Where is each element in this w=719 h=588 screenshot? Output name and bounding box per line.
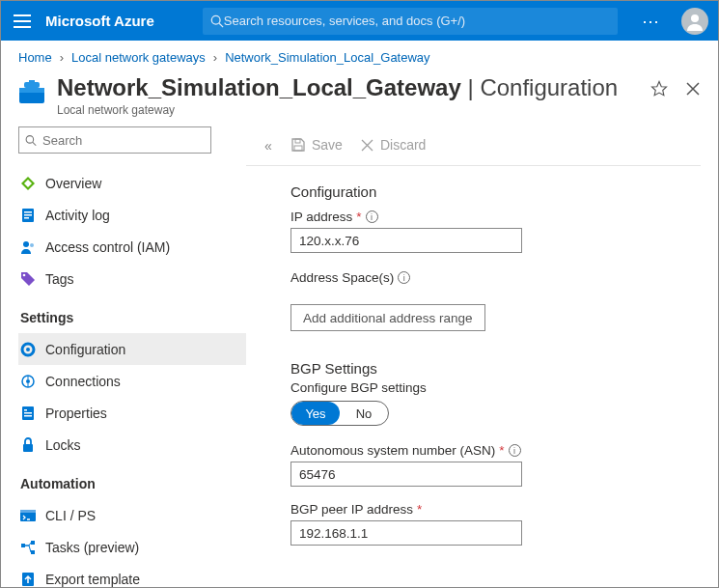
- side-search-input[interactable]: [42, 133, 205, 148]
- asn-input[interactable]: [290, 462, 522, 487]
- bgp-toggle[interactable]: Yes No: [290, 401, 389, 426]
- svg-rect-37: [294, 146, 302, 151]
- sidebar-item-connections[interactable]: Connections: [18, 365, 246, 397]
- sidebar-item-overview[interactable]: Overview: [18, 167, 246, 199]
- user-icon: [685, 12, 705, 31]
- discard-icon: [360, 138, 374, 153]
- sidebar-item-tags[interactable]: Tags: [18, 263, 246, 294]
- svg-rect-15: [24, 217, 29, 219]
- svg-point-0: [211, 15, 220, 24]
- sidebar-item-label: Overview: [45, 176, 101, 191]
- svg-rect-6: [29, 80, 35, 83]
- sidebar-item-cli-ps[interactable]: CLI / PS: [18, 499, 246, 531]
- breadcrumb-level2[interactable]: Network_Simulation_Local_Gateway: [225, 50, 429, 65]
- svg-rect-33: [31, 541, 35, 545]
- info-icon[interactable]: i: [509, 444, 521, 457]
- save-button[interactable]: Save: [290, 137, 343, 153]
- export-template-icon: [20, 572, 36, 587]
- page-header: Network_Simulation_Local_Gateway | Confi…: [1, 70, 718, 126]
- configure-bgp-label: Configure BGP settings: [290, 380, 701, 395]
- tasks-icon: [20, 540, 36, 555]
- asn-label: Autonomous system number (ASN) * i: [290, 443, 701, 458]
- svg-rect-27: [24, 412, 32, 414]
- page-title: Network_Simulation_Local_Gateway | Confi…: [57, 74, 650, 101]
- resource-icon: [18, 80, 47, 105]
- cli-icon: [20, 508, 36, 523]
- sidebar-item-label: Tasks (preview): [45, 540, 139, 555]
- sidebar-item-label: Connections: [45, 374, 121, 389]
- sidebar-item-label: Tags: [45, 271, 74, 287]
- svg-rect-14: [24, 214, 32, 216]
- breadcrumb-level1[interactable]: Local network gateways: [71, 50, 206, 65]
- collapse-nav-icon[interactable]: «: [264, 134, 272, 582]
- breadcrumb-home[interactable]: Home: [18, 50, 52, 65]
- section-title-configuration: Configuration: [290, 183, 701, 200]
- sidebar-item-label: Properties: [45, 406, 107, 421]
- more-icon[interactable]: ⋯: [636, 11, 666, 32]
- resource-type-label: Local network gateway: [57, 103, 650, 117]
- hamburger-menu-icon[interactable]: [7, 6, 38, 37]
- sidebar-item-label: Export template: [45, 572, 140, 587]
- svg-marker-7: [652, 82, 667, 96]
- connections-icon: [20, 374, 36, 389]
- info-icon[interactable]: i: [366, 210, 378, 223]
- svg-point-8: [26, 135, 34, 143]
- discard-button[interactable]: Discard: [360, 137, 426, 153]
- gear-icon: [20, 342, 36, 357]
- svg-point-18: [23, 273, 26, 276]
- content-pane: Save Discard Configuration IP address * …: [290, 126, 701, 582]
- overview-icon: [20, 176, 36, 191]
- chevron-right-icon: ›: [213, 50, 217, 65]
- activity-log-icon: [20, 208, 36, 223]
- sidebar-item-label: Configuration: [45, 342, 125, 357]
- avatar[interactable]: [681, 8, 708, 35]
- svg-rect-28: [24, 415, 32, 417]
- sidebar-item-label: Locks: [45, 437, 81, 453]
- sidebar-item-locks[interactable]: Locks: [18, 429, 246, 461]
- nav-group-automation: Automation: [20, 476, 246, 491]
- global-search-input[interactable]: [224, 14, 610, 28]
- side-nav: Overview Activity log Access control (IA…: [18, 126, 246, 582]
- close-icon[interactable]: [685, 81, 701, 100]
- sidebar-item-properties[interactable]: Properties: [18, 397, 246, 429]
- access-control-icon: [20, 239, 36, 255]
- svg-point-2: [691, 14, 699, 22]
- brand-label: Microsoft Azure: [45, 13, 154, 29]
- top-bar: Microsoft Azure ⋯: [1, 1, 718, 41]
- bgp-peer-label: BGP peer IP address *: [290, 502, 701, 517]
- svg-rect-4: [19, 88, 44, 93]
- toggle-no[interactable]: No: [340, 402, 388, 425]
- sidebar-item-access-control[interactable]: Access control (IAM): [18, 231, 246, 263]
- svg-point-17: [30, 243, 34, 247]
- global-search[interactable]: [203, 8, 618, 35]
- toggle-yes[interactable]: Yes: [291, 402, 340, 425]
- svg-rect-34: [31, 550, 35, 554]
- sidebar-item-export-template[interactable]: Export template: [18, 563, 246, 588]
- bgp-peer-input[interactable]: [290, 520, 522, 546]
- svg-point-22: [26, 379, 30, 383]
- svg-line-9: [33, 142, 36, 145]
- ip-address-label: IP address * i: [290, 210, 701, 224]
- search-icon: [210, 14, 224, 28]
- divider: [246, 165, 701, 166]
- command-bar: Save Discard: [290, 130, 701, 159]
- svg-rect-26: [24, 409, 27, 411]
- ip-address-input[interactable]: [290, 228, 522, 253]
- favorite-star-icon[interactable]: [650, 80, 668, 101]
- svg-point-20: [26, 348, 30, 351]
- svg-rect-32: [21, 544, 25, 547]
- sidebar-item-activity-log[interactable]: Activity log: [18, 199, 246, 231]
- sidebar-item-configuration[interactable]: Configuration: [18, 333, 246, 365]
- side-search[interactable]: [18, 126, 211, 154]
- svg-rect-29: [23, 444, 33, 452]
- svg-rect-13: [24, 211, 32, 213]
- search-icon: [25, 134, 37, 147]
- save-icon: [290, 137, 306, 153]
- sidebar-item-label: Access control (IAM): [45, 239, 170, 255]
- sidebar-item-tasks[interactable]: Tasks (preview): [18, 531, 246, 563]
- add-address-range-button[interactable]: Add additional address range: [290, 304, 485, 331]
- chevron-right-icon: ›: [60, 50, 64, 65]
- sidebar-item-label: CLI / PS: [45, 508, 96, 523]
- breadcrumb: Home › Local network gateways › Network_…: [1, 41, 718, 70]
- info-icon[interactable]: i: [398, 271, 410, 284]
